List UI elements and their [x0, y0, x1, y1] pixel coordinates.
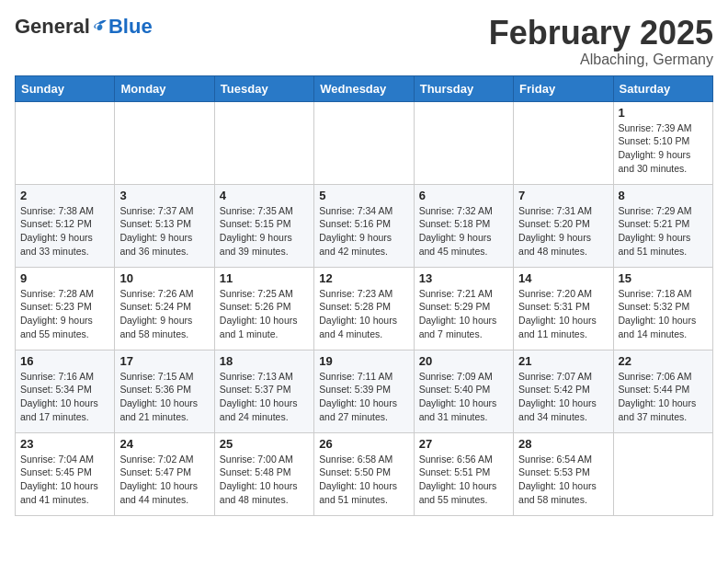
day-info: Sunrise: 7:38 AM Sunset: 5:12 PM Dayligh… [20, 204, 109, 259]
day-info: Sunrise: 7:09 AM Sunset: 5:40 PM Dayligh… [419, 370, 508, 424]
location-text: Albaching, Germany [489, 52, 713, 68]
day-number: 9 [20, 271, 109, 285]
day-info: Sunrise: 7:11 AM Sunset: 5:39 PM Dayligh… [319, 370, 408, 424]
day-info: Sunrise: 7:16 AM Sunset: 5:34 PM Dayligh… [20, 370, 109, 424]
calendar-week-2: 2Sunrise: 7:38 AM Sunset: 5:12 PM Daylig… [16, 184, 713, 267]
calendar-cell: 22Sunrise: 7:06 AM Sunset: 5:44 PM Dayli… [613, 350, 712, 432]
calendar-cell: 28Sunrise: 6:54 AM Sunset: 5:53 PM Dayli… [514, 432, 613, 515]
calendar-cell: 23Sunrise: 7:04 AM Sunset: 5:45 PM Dayli… [16, 432, 115, 515]
day-number: 12 [319, 271, 408, 285]
day-info: Sunrise: 7:39 AM Sunset: 5:10 PM Dayligh… [619, 121, 708, 176]
calendar-cell: 6Sunrise: 7:32 AM Sunset: 5:18 PM Daylig… [414, 184, 513, 267]
weekday-header-saturday: Saturday [613, 75, 712, 101]
day-number: 17 [119, 354, 209, 368]
day-info: Sunrise: 6:56 AM Sunset: 5:51 PM Dayligh… [419, 453, 508, 507]
day-number: 1 [619, 106, 708, 120]
calendar-cell [314, 101, 414, 184]
calendar-cell: 17Sunrise: 7:15 AM Sunset: 5:36 PM Dayli… [115, 350, 214, 432]
calendar-cell: 19Sunrise: 7:11 AM Sunset: 5:39 PM Dayli… [314, 350, 414, 432]
day-number: 16 [20, 354, 109, 368]
calendar-cell: 4Sunrise: 7:35 AM Sunset: 5:15 PM Daylig… [214, 184, 313, 267]
calendar-cell [414, 101, 513, 184]
day-number: 27 [419, 437, 508, 451]
day-number: 10 [119, 271, 209, 285]
weekday-header-thursday: Thursday [414, 75, 513, 101]
day-info: Sunrise: 7:06 AM Sunset: 5:44 PM Dayligh… [619, 370, 708, 424]
day-number: 13 [419, 271, 508, 285]
day-number: 11 [220, 271, 309, 285]
logo-general-text: General [15, 15, 90, 39]
calendar-week-4: 16Sunrise: 7:16 AM Sunset: 5:34 PM Dayli… [16, 350, 713, 432]
day-info: Sunrise: 7:26 AM Sunset: 5:24 PM Dayligh… [119, 287, 209, 341]
calendar-cell [514, 101, 613, 184]
day-number: 5 [319, 189, 408, 202]
day-info: Sunrise: 7:07 AM Sunset: 5:42 PM Dayligh… [518, 370, 608, 424]
day-number: 19 [319, 354, 408, 368]
calendar-cell: 24Sunrise: 7:02 AM Sunset: 5:47 PM Dayli… [115, 432, 214, 515]
calendar-week-3: 9Sunrise: 7:28 AM Sunset: 5:23 PM Daylig… [16, 267, 713, 350]
day-number: 22 [619, 354, 708, 368]
weekday-header-sunday: Sunday [16, 75, 115, 101]
day-number: 21 [518, 354, 608, 368]
day-info: Sunrise: 7:28 AM Sunset: 5:23 PM Dayligh… [20, 287, 109, 341]
day-info: Sunrise: 6:58 AM Sunset: 5:50 PM Dayligh… [319, 453, 408, 507]
calendar-cell [115, 101, 214, 184]
day-number: 8 [619, 189, 708, 202]
calendar-cell [16, 101, 115, 184]
day-info: Sunrise: 6:54 AM Sunset: 5:53 PM Dayligh… [518, 453, 608, 507]
calendar-week-1: 1Sunrise: 7:39 AM Sunset: 5:10 PM Daylig… [16, 101, 713, 184]
logo-bird-icon [92, 18, 108, 35]
day-number: 26 [319, 437, 408, 451]
weekday-header-wednesday: Wednesday [314, 75, 414, 101]
day-info: Sunrise: 7:35 AM Sunset: 5:15 PM Dayligh… [220, 204, 309, 259]
day-number: 6 [419, 189, 508, 202]
day-info: Sunrise: 7:15 AM Sunset: 5:36 PM Dayligh… [119, 370, 209, 424]
day-number: 4 [220, 189, 309, 202]
day-number: 25 [220, 437, 309, 451]
calendar-cell: 12Sunrise: 7:23 AM Sunset: 5:28 PM Dayli… [314, 267, 414, 350]
day-number: 28 [518, 437, 608, 451]
calendar-cell: 15Sunrise: 7:18 AM Sunset: 5:32 PM Dayli… [613, 267, 712, 350]
day-info: Sunrise: 7:00 AM Sunset: 5:48 PM Dayligh… [220, 453, 309, 507]
day-info: Sunrise: 7:04 AM Sunset: 5:45 PM Dayligh… [20, 453, 109, 507]
day-info: Sunrise: 7:21 AM Sunset: 5:29 PM Dayligh… [419, 287, 508, 341]
calendar-cell: 20Sunrise: 7:09 AM Sunset: 5:40 PM Dayli… [414, 350, 513, 432]
calendar-cell: 14Sunrise: 7:20 AM Sunset: 5:31 PM Dayli… [514, 267, 613, 350]
logo-blue-text: Blue [108, 15, 153, 39]
calendar-cell: 13Sunrise: 7:21 AM Sunset: 5:29 PM Dayli… [414, 267, 513, 350]
page-header: General Blue February 2025 Albaching, Ge… [15, 15, 713, 68]
calendar-cell: 27Sunrise: 6:56 AM Sunset: 5:51 PM Dayli… [414, 432, 513, 515]
calendar-cell: 16Sunrise: 7:16 AM Sunset: 5:34 PM Dayli… [16, 350, 115, 432]
day-info: Sunrise: 7:13 AM Sunset: 5:37 PM Dayligh… [220, 370, 309, 424]
calendar-cell: 3Sunrise: 7:37 AM Sunset: 5:13 PM Daylig… [115, 184, 214, 267]
month-title: February 2025 [489, 15, 713, 52]
calendar-cell [214, 101, 313, 184]
day-info: Sunrise: 7:23 AM Sunset: 5:28 PM Dayligh… [319, 287, 408, 341]
day-number: 20 [419, 354, 508, 368]
day-info: Sunrise: 7:20 AM Sunset: 5:31 PM Dayligh… [518, 287, 608, 341]
day-number: 18 [220, 354, 309, 368]
weekday-header-tuesday: Tuesday [214, 75, 313, 101]
day-number: 14 [518, 271, 608, 285]
calendar-cell: 9Sunrise: 7:28 AM Sunset: 5:23 PM Daylig… [16, 267, 115, 350]
calendar-cell: 10Sunrise: 7:26 AM Sunset: 5:24 PM Dayli… [115, 267, 214, 350]
calendar-week-5: 23Sunrise: 7:04 AM Sunset: 5:45 PM Dayli… [16, 432, 713, 515]
calendar-cell: 8Sunrise: 7:29 AM Sunset: 5:21 PM Daylig… [613, 184, 712, 267]
day-number: 24 [119, 437, 209, 451]
day-number: 3 [119, 189, 209, 202]
day-number: 15 [619, 271, 708, 285]
calendar-cell: 18Sunrise: 7:13 AM Sunset: 5:37 PM Dayli… [214, 350, 313, 432]
calendar-cell: 25Sunrise: 7:00 AM Sunset: 5:48 PM Dayli… [214, 432, 313, 515]
calendar-table: SundayMondayTuesdayWednesdayThursdayFrid… [15, 75, 713, 516]
day-info: Sunrise: 7:25 AM Sunset: 5:26 PM Dayligh… [220, 287, 309, 341]
calendar-cell: 1Sunrise: 7:39 AM Sunset: 5:10 PM Daylig… [613, 101, 712, 184]
weekday-header-monday: Monday [115, 75, 214, 101]
day-info: Sunrise: 7:32 AM Sunset: 5:18 PM Dayligh… [419, 204, 508, 259]
day-info: Sunrise: 7:34 AM Sunset: 5:16 PM Dayligh… [319, 204, 408, 259]
logo: General Blue [15, 15, 153, 39]
day-info: Sunrise: 7:02 AM Sunset: 5:47 PM Dayligh… [119, 453, 209, 507]
calendar-cell: 26Sunrise: 6:58 AM Sunset: 5:50 PM Dayli… [314, 432, 414, 515]
weekday-header-friday: Friday [514, 75, 613, 101]
calendar-cell: 2Sunrise: 7:38 AM Sunset: 5:12 PM Daylig… [16, 184, 115, 267]
calendar-cell: 7Sunrise: 7:31 AM Sunset: 5:20 PM Daylig… [514, 184, 613, 267]
